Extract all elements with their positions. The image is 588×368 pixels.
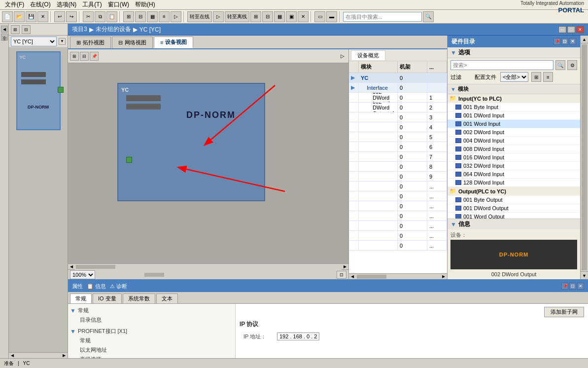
diag-scroll-left[interactable]: ◀ [68,264,75,270]
table-row[interactable]: 0 ... [349,241,447,251]
toolbar-new[interactable]: 📄 [2,11,13,22]
hw-catalog-pin[interactable]: 📌 [553,38,560,45]
bottom-close-btn[interactable]: ✕ [577,283,584,290]
menu-item-tools[interactable]: 工具(T) [79,0,104,9]
hw-catalog-close[interactable]: ✕ [569,38,576,45]
tab-text[interactable]: 文本 [156,294,178,303]
toolbar-b13[interactable]: ▬ [326,11,337,22]
tab-topology[interactable]: ⊞ 拓扑视图 [70,37,111,48]
tree-item-004-dword-input[interactable]: 004 DWord Input [448,137,580,145]
prop-eth-addr[interactable]: 以太网地址 [78,345,233,355]
table-row[interactable]: 0 ... [349,182,447,191]
tree-item-008-dword-input[interactable]: 008 DWord Input [448,145,580,153]
table-row[interactable]: 0 ... [349,231,447,241]
toolbar-search-btn[interactable]: 🔍 [423,11,434,22]
tree-item-001-byte-input[interactable]: 001 Byte Input [448,103,580,111]
tree-group-input[interactable]: 📁 Input(YC to PLC) [448,94,580,103]
table-row[interactable]: 002 DWord Input_1 0 1 [349,93,447,103]
menu-item-window[interactable]: 窗口(W) [105,0,132,9]
minimize-btn[interactable]: ─ [558,26,566,33]
overview-tab[interactable]: 设备概览 [351,50,385,60]
tree-item-001-word-input[interactable]: 001 Word Input [448,120,580,128]
zoom-select[interactable]: 100% [70,270,95,279]
prop-general-sub[interactable]: 常规 [78,336,233,345]
menu-item-file[interactable]: 文件(F) [2,0,27,9]
toolbar-open[interactable]: 📂 [14,11,25,22]
filter-btn2[interactable]: ≡ [543,72,553,82]
device-select[interactable]: YC [YC] [11,37,57,46]
tree-item-064-dword-input[interactable]: 064 DWord Input [448,170,580,179]
toolbar-redo[interactable]: ↪ [66,11,77,22]
right-scroll-down[interactable]: ▼ [581,271,588,279]
scroll-right-btn[interactable]: ▶ [61,353,68,359]
diag-btn3[interactable]: 📌 [90,52,99,61]
info-toggle[interactable]: ▼ [450,221,456,228]
diag-scroll-right[interactable]: ▶ [342,264,348,270]
tree-group-output[interactable]: 📁 Output(PLC to YC) [448,187,580,196]
toolbar-b10[interactable]: ▣ [286,11,297,22]
modules-toggle[interactable]: ▼ [450,86,456,92]
table-row[interactable]: ▶ YC 0 [349,73,447,83]
toolbar-b5[interactable]: ▷ [171,11,181,22]
toolbar-copy[interactable]: ⧉ [95,11,105,22]
toolbar-b6[interactable]: ▷ [213,11,224,22]
table-row[interactable]: 0 ... [349,211,447,221]
tab-network[interactable]: ⊟ 网络视图 [112,37,153,48]
tree-item-001-dword-output[interactable]: 001 DWord Output [448,204,580,213]
menu-item-online[interactable]: 在线(O) [27,0,53,9]
hw-search-input[interactable] [450,60,553,70]
tab-general[interactable]: 常规 [70,294,92,303]
diag-btn2[interactable]: ⊟ [80,52,89,61]
table-row[interactable]: 0 ... [349,201,447,211]
prop-toggle2[interactable]: ▼ [70,328,76,335]
tree-item-001-byte-output[interactable]: 001 Byte Output [448,196,580,204]
device-dropdown[interactable]: ▼ [59,38,66,45]
toolbar-paste[interactable]: 📋 [106,11,117,22]
toolbar-cut[interactable]: ✂ [83,11,94,22]
table-row[interactable]: 0 4 [349,122,447,132]
collapse-icon[interactable]: ▼ [450,49,456,56]
toolbar-go-online[interactable]: 转至在线 [187,11,212,22]
table-row[interactable]: 0 9 [349,172,447,182]
toolbar-b2[interactable]: ⊟ [135,11,146,22]
prop-attr-tab[interactable]: 属性 [72,283,83,290]
left-panel-pin[interactable]: | [1,34,8,40]
toolbar-b12[interactable]: ▭ [314,11,325,22]
tree-item-001-word-output[interactable]: 001 Word Output [448,213,580,219]
table-row[interactable]: 0 6 [349,142,447,152]
bottom-float-btn[interactable]: ⊡ [569,283,576,290]
toolbar-b3[interactable]: ▦ [147,11,158,22]
table-row[interactable]: ▶ Interface 0 [349,83,447,93]
tab-io-vars[interactable]: IO 变量 [93,294,122,303]
tree-item-032-dword-input[interactable]: 032 DWord Input [448,162,580,170]
prop-toggle1[interactable]: ▼ [70,307,76,314]
prop-catalog-info[interactable]: 目录信息 [78,315,233,325]
toolbar-b1[interactable]: ⊞ [123,11,134,22]
tree-item-001-dword-input[interactable]: 001 DWord Input [448,111,580,120]
scroll-left-btn[interactable]: ◀ [9,353,16,359]
add-subnet-btn[interactable]: 添加新子网 [544,307,584,317]
config-select[interactable]: <全部> [500,72,528,82]
toolbar-b7[interactable]: ⊞ [250,11,261,22]
left-tree-btn[interactable]: ⊞ [11,25,20,34]
table-row[interactable]: 0 ... [349,221,447,231]
search-settings-btn[interactable]: ⚙ [567,60,577,70]
bottom-pin-btn[interactable]: 📌 [561,283,568,290]
table-row[interactable]: 0 5 [349,132,447,142]
toolbar-b4[interactable]: ≡ [159,11,170,22]
toolbar-b11[interactable]: ✕ [298,11,309,22]
prop-info-tab[interactable]: 📋 信息 [87,283,106,290]
ov-scroll-right[interactable]: ▶ [440,274,447,280]
zoom-fit-btn[interactable]: ⊡ [337,271,346,279]
search-btn[interactable]: 🔍 [555,60,565,70]
toolbar-undo[interactable]: ↩ [54,11,65,22]
tab-device[interactable]: ≡ 设备视图 [154,37,193,48]
tree-item-002-dword-input[interactable]: 002 DWord Input [448,128,580,137]
tree-item-128-dword-input[interactable]: 128 DWord Input [448,179,580,187]
table-row[interactable]: 002 DWord Output_1 0 2 [349,103,447,112]
diag-btn1[interactable]: ⊞ [70,52,79,61]
filter-btn1[interactable]: ⊞ [531,72,541,82]
menu-item-options[interactable]: 选项(N) [54,0,80,9]
left-view-btn[interactable]: ⊟ [22,25,31,34]
left-panel-toggle[interactable]: ◀ [1,26,8,33]
